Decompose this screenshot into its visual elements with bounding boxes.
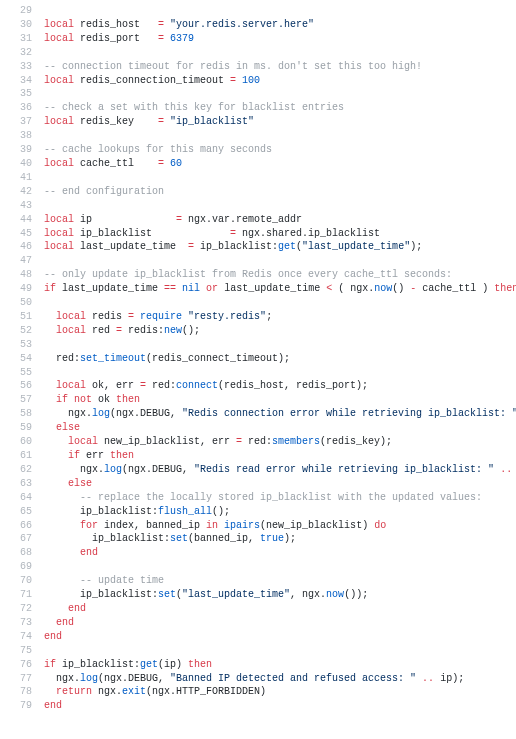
line-number: 61	[0, 449, 44, 463]
token-nm: err);	[512, 464, 516, 475]
token-kw: local	[44, 116, 74, 127]
code-content: -- check a set with this key for blackli…	[44, 101, 516, 115]
token-kw: then	[494, 283, 516, 294]
token-fn: log	[92, 408, 110, 419]
code-content: ip_blacklist:set("last_update_time", ngx…	[44, 588, 516, 602]
code-content: end	[44, 546, 516, 560]
line-number: 39	[0, 143, 44, 157]
token-kw: end	[68, 603, 86, 614]
token-nm: ()	[392, 283, 410, 294]
token-kw: do	[374, 520, 386, 531]
token-nm: (redis_connect_timeout);	[146, 353, 290, 364]
token-nm: last_update_time	[74, 241, 188, 252]
token-nm: ( ngx.	[332, 283, 374, 294]
code-content: local new_ip_blacklist, err = red:smembe…	[44, 435, 516, 449]
code-line: 50	[0, 296, 516, 310]
code-content: ngx.log(ngx.DEBUG, "Redis connection err…	[44, 407, 516, 421]
token-num: 6379	[170, 33, 194, 44]
token-nm: ngx.	[92, 686, 122, 697]
line-number: 77	[0, 672, 44, 686]
code-line: 61 if err then	[0, 449, 516, 463]
token-fn: require	[140, 311, 182, 322]
token-fn: set	[170, 533, 188, 544]
token-nm: ip	[74, 214, 176, 225]
token-nm: (ngx.HTTP_FORBIDDEN)	[146, 686, 266, 697]
line-number: 30	[0, 18, 44, 32]
token-kw: end	[44, 700, 62, 711]
code-line: 58 ngx.log(ngx.DEBUG, "Redis connection …	[0, 407, 516, 421]
token-kw: in	[206, 520, 218, 531]
token-fn: get	[278, 241, 296, 252]
line-number: 44	[0, 213, 44, 227]
code-content: for index, banned_ip in ipairs(new_ip_bl…	[44, 519, 516, 533]
line-number: 74	[0, 630, 44, 644]
token-fn: connect	[176, 380, 218, 391]
code-content: local ip = ngx.var.remote_addr	[44, 213, 516, 227]
line-number: 33	[0, 60, 44, 74]
token-kw: local	[44, 228, 74, 239]
token-nm: ();	[182, 325, 200, 336]
code-content: else	[44, 421, 516, 435]
line-number: 63	[0, 477, 44, 491]
token-nm: ip_blacklist:	[44, 533, 170, 544]
token-nm	[44, 603, 68, 614]
token-kw: then	[116, 394, 140, 405]
token-kw: then	[110, 450, 134, 461]
code-content: local redis_port = 6379	[44, 32, 516, 46]
token-kw: else	[56, 422, 80, 433]
token-nm: red:	[44, 353, 80, 364]
code-line: 77 ngx.log(ngx.DEBUG, "Banned IP detecte…	[0, 672, 516, 686]
token-nm	[44, 686, 56, 697]
code-content: -- replace the locally stored ip_blackli…	[44, 491, 516, 505]
token-nm: , ngx.	[290, 589, 326, 600]
token-nm: (ngx.DEBUG,	[98, 673, 170, 684]
token-fn: flush_all	[158, 506, 212, 517]
token-nm	[44, 450, 68, 461]
line-number: 67	[0, 532, 44, 546]
token-nm: ();	[212, 506, 230, 517]
token-fn: now	[374, 283, 392, 294]
token-nm	[44, 478, 68, 489]
token-str: "resty.redis"	[188, 311, 266, 322]
line-number: 29	[0, 4, 44, 18]
code-content: -- update time	[44, 574, 516, 588]
token-nm: );	[284, 533, 296, 544]
token-nm: ngx.shared.ip_blacklist	[236, 228, 380, 239]
token-nm	[44, 520, 80, 531]
token-nm	[44, 311, 56, 322]
token-str: "last_update_time"	[302, 241, 410, 252]
code-line: 32	[0, 46, 516, 60]
token-kw: local	[56, 325, 86, 336]
code-content	[44, 338, 516, 352]
code-line: 62 ngx.log(ngx.DEBUG, "Redis read error …	[0, 463, 516, 477]
code-content: else	[44, 477, 516, 491]
code-content: local last_update_time = ip_blacklist:ge…	[44, 240, 516, 254]
code-content	[44, 199, 516, 213]
token-nm: ngx.	[44, 464, 104, 475]
token-nm: ip_blacklist:	[194, 241, 278, 252]
token-nm	[44, 394, 56, 405]
code-line: 34local redis_connection_timeout = 100	[0, 74, 516, 88]
code-line: 69	[0, 560, 516, 574]
token-nm: cache_ttl	[74, 158, 158, 169]
code-content: local redis_connection_timeout = 100	[44, 74, 516, 88]
code-line: 64 -- replace the locally stored ip_blac…	[0, 491, 516, 505]
token-kw: end	[44, 631, 62, 642]
line-number: 52	[0, 324, 44, 338]
token-nm	[44, 617, 56, 628]
code-content	[44, 4, 516, 18]
code-line: 60 local new_ip_blacklist, err = red:sme…	[0, 435, 516, 449]
line-number: 76	[0, 658, 44, 672]
code-content: ngx.log(ngx.DEBUG, "Banned IP detected a…	[44, 672, 516, 686]
line-number: 37	[0, 115, 44, 129]
token-kw: return	[56, 686, 92, 697]
code-content	[44, 366, 516, 380]
code-content: end	[44, 616, 516, 630]
code-line: 56 local ok, err = red:connect(redis_hos…	[0, 379, 516, 393]
line-number: 79	[0, 699, 44, 713]
token-nm: redis	[86, 311, 128, 322]
code-content: local redis_host = "your.redis.server.he…	[44, 18, 516, 32]
code-content: end	[44, 602, 516, 616]
code-line: 54 red:set_timeout(redis_connect_timeout…	[0, 352, 516, 366]
token-bool: nil	[182, 283, 200, 294]
